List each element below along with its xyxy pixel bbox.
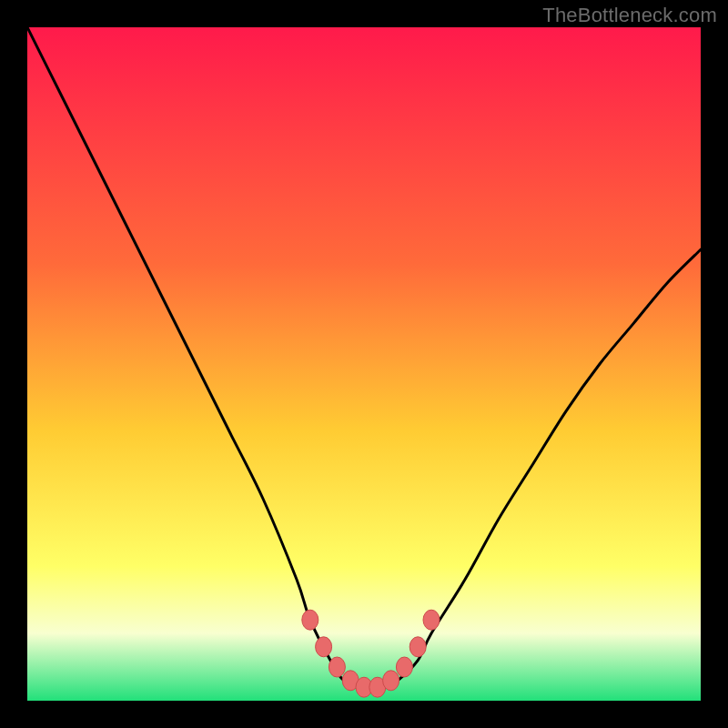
watermark-text: TheBottleneck.com — [542, 4, 717, 27]
curve-marker — [316, 637, 332, 657]
curve-marker — [396, 657, 412, 677]
curve-marker — [383, 671, 399, 691]
curve-marker — [423, 610, 440, 630]
curve-marker — [329, 657, 345, 677]
chart-frame: TheBottleneck.com — [0, 0, 728, 728]
curve-markers — [302, 610, 440, 697]
bottleneck-curve — [27, 27, 701, 688]
plot-area — [27, 27, 701, 701]
chart-svg — [27, 27, 701, 701]
curve-marker — [302, 610, 318, 630]
curve-marker — [410, 637, 426, 657]
